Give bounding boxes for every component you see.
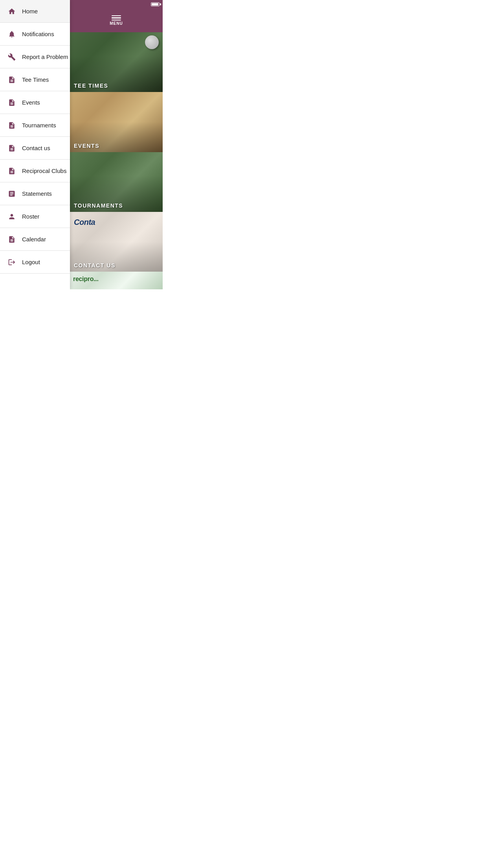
tournaments-icon bbox=[6, 120, 17, 131]
sidebar-item-roster[interactable]: Roster bbox=[0, 205, 70, 228]
hamburger-icon bbox=[112, 15, 121, 21]
sidebar-label-contact-us: Contact us bbox=[22, 145, 50, 151]
sidebar-label-logout: Logout bbox=[22, 259, 40, 265]
sidebar-item-tee-times[interactable]: Tee Times bbox=[0, 68, 70, 91]
roster-icon bbox=[6, 211, 17, 222]
sidebar-label-home: Home bbox=[22, 8, 38, 15]
contact-bg-text: Conta bbox=[74, 218, 95, 227]
sidebar-item-statements[interactable]: Statements bbox=[0, 182, 70, 205]
sidebar-item-calendar[interactable]: Calendar bbox=[0, 228, 70, 251]
menu-label: MENU bbox=[110, 21, 123, 26]
battery-icon bbox=[151, 2, 160, 6]
golf-ball-decoration bbox=[145, 35, 159, 49]
tile-tee-times[interactable]: TEE TIMES bbox=[70, 32, 163, 92]
home-icon bbox=[6, 6, 17, 17]
status-bar bbox=[70, 0, 163, 9]
tournaments-tile-label: TOURNAMENTS bbox=[74, 202, 123, 209]
events-tile-label: EVENTS bbox=[74, 143, 99, 149]
battery-fill bbox=[152, 3, 158, 6]
logout-icon bbox=[6, 257, 17, 268]
contact-icon bbox=[6, 143, 17, 154]
tile-contact-us[interactable]: Conta CONTACT US bbox=[70, 212, 163, 272]
sidebar-label-notifications: Notifications bbox=[22, 31, 54, 37]
sidebar-label-events: Events bbox=[22, 99, 40, 106]
sidebar-item-logout[interactable]: Logout bbox=[0, 251, 70, 274]
screen: Home Notifications Report a Problem Tee … bbox=[0, 0, 163, 289]
sidebar-label-statements: Statements bbox=[22, 190, 52, 197]
sidebar-item-events[interactable]: Events bbox=[0, 91, 70, 114]
sidebar-item-tournaments[interactable]: Tournaments bbox=[0, 114, 70, 137]
sidebar-item-reciprocal-clubs[interactable]: Reciprocal Clubs bbox=[0, 160, 70, 182]
sidebar-label-report-problem: Report a Problem bbox=[22, 53, 68, 60]
tile-tournaments[interactable]: TOURNAMENTS bbox=[70, 152, 163, 212]
statements-icon bbox=[6, 188, 17, 199]
tee-times-tile-label: TEE TIMES bbox=[74, 83, 108, 89]
sidebar-label-tournaments: Tournaments bbox=[22, 122, 56, 129]
sidebar-item-notifications[interactable]: Notifications bbox=[0, 23, 70, 46]
sidebar-label-tee-times: Tee Times bbox=[22, 76, 49, 83]
tile-events[interactable]: EVENTS bbox=[70, 92, 163, 152]
sidebar: Home Notifications Report a Problem Tee … bbox=[0, 0, 70, 289]
contact-tile-label: CONTACT US bbox=[74, 262, 116, 268]
reciprocal-icon bbox=[6, 166, 17, 177]
sidebar-label-calendar: Calendar bbox=[22, 236, 46, 243]
sidebar-label-reciprocal-clubs: Reciprocal Clubs bbox=[22, 167, 66, 174]
wrench-icon bbox=[6, 51, 17, 63]
sidebar-item-contact-us[interactable]: Contact us bbox=[0, 137, 70, 160]
tee-times-icon bbox=[6, 74, 17, 85]
events-icon bbox=[6, 97, 17, 108]
tiles-container: TEE TIMES EVENTS TOURNAMENTS Conta CONTA… bbox=[70, 32, 163, 289]
calendar-icon bbox=[6, 234, 17, 245]
content-panel: MENU TEE TIMES EVENTS TOURNAMENTS bbox=[70, 0, 163, 289]
sidebar-label-roster: Roster bbox=[22, 213, 39, 220]
reciprocal-bg: recipro... bbox=[70, 272, 163, 289]
sidebar-item-report-problem[interactable]: Report a Problem bbox=[0, 46, 70, 68]
sidebar-item-home[interactable]: Home bbox=[0, 0, 70, 23]
bell-icon bbox=[6, 29, 17, 40]
reciprocal-bg-text: recipro... bbox=[73, 276, 99, 283]
menu-header[interactable]: MENU bbox=[70, 9, 163, 32]
tile-reciprocal[interactable]: recipro... bbox=[70, 272, 163, 289]
